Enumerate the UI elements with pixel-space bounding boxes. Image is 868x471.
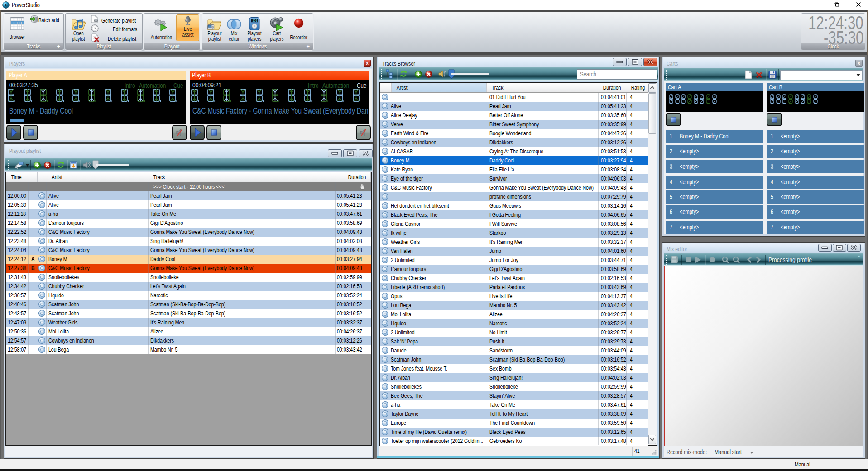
svg-text:101: 101 [253, 19, 258, 22]
